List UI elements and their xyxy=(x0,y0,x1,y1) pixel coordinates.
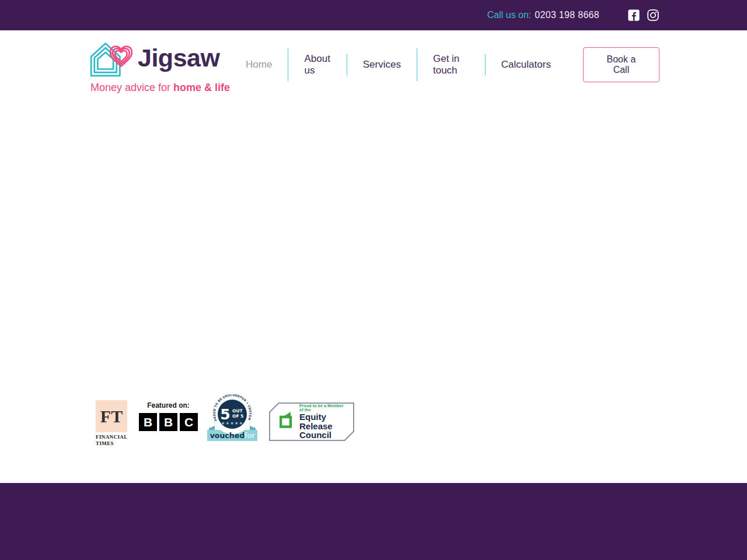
site-footer xyxy=(0,483,747,560)
equity-release-council-badge: Proud to be a Member of the Equity Relea… xyxy=(269,402,354,441)
ft-caption: FINANCIAL TIMES xyxy=(96,434,127,447)
nav-item-about-us[interactable]: About us xyxy=(288,48,346,81)
nav-item-get-in-touch[interactable]: Get in touch xyxy=(417,48,485,81)
hero-empty-area xyxy=(0,99,747,394)
jigsaw-logo-mark-icon xyxy=(88,36,134,80)
top-bar: Call us on: 0203 198 8668 xyxy=(0,0,747,30)
financial-times-badge: FT FINANCIAL TIMES xyxy=(96,400,127,447)
vouchedfor-badge: PROUD TO BE VOUCHEDFOR • CUSTOMER RATING… xyxy=(207,394,257,446)
bbc-logo: B B C xyxy=(139,413,198,431)
book-a-call-button[interactable]: Book a Call xyxy=(583,47,659,82)
instagram-icon[interactable] xyxy=(647,9,659,22)
phone-number-link[interactable]: 0203 198 8668 xyxy=(535,10,599,20)
nav-item-calculators[interactable]: Calculators xyxy=(485,54,567,75)
svg-text:vouchedfor: vouchedfor xyxy=(210,431,255,440)
brand-tagline: Money advice for home & life xyxy=(90,82,230,94)
nav-item-home[interactable]: Home xyxy=(230,54,288,75)
erc-house-icon xyxy=(277,411,295,433)
brand-logo[interactable]: Jigsaw Money advice for home & life xyxy=(88,36,230,94)
call-us-label: Call us on: xyxy=(487,10,532,20)
social-links xyxy=(627,9,659,22)
site-header: Jigsaw Money advice for home & life Home… xyxy=(0,30,747,99)
nav-item-services[interactable]: Services xyxy=(347,54,417,75)
vouchedfor-out-label: OUT xyxy=(232,408,243,414)
erc-name: Equity Release Council xyxy=(299,412,348,440)
vouchedfor-stars: ★★★★★ xyxy=(221,421,244,426)
bbc-badge: Featured on: B B C xyxy=(139,401,198,431)
ft-logo: FT xyxy=(96,400,127,432)
bottom-spacer xyxy=(0,442,747,483)
trust-badges-row: FT FINANCIAL TIMES Featured on: B B C PR… xyxy=(0,394,747,442)
erc-member-label: Proud to be a Member of the xyxy=(299,404,348,412)
vouchedfor-of-label: OF 5 xyxy=(232,414,243,419)
main-nav: Home About us Services Get in touch Calc… xyxy=(230,48,567,81)
featured-on-label: Featured on: xyxy=(139,401,198,410)
facebook-icon[interactable] xyxy=(627,9,640,22)
brand-wordmark: Jigsaw xyxy=(138,46,219,71)
